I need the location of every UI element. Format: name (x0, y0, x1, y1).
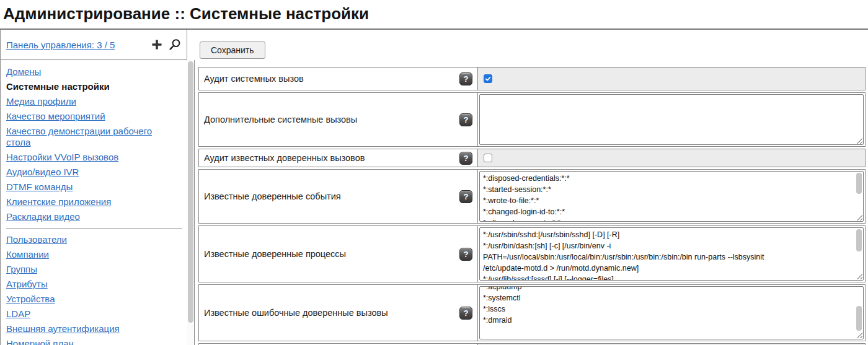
textarea-content: *:disposed-credentials:*:* *:started-ses… (480, 172, 863, 222)
sidebar-item-link[interactable]: Пользователи (6, 234, 67, 245)
textarea[interactable]: *:/usr/sbin/sshd:[/usr/sbin/sshd] [-D] [… (479, 227, 864, 281)
sidebar-item-link[interactable]: Номерной план (6, 338, 74, 345)
form-row: Аудит известных доверенных вызовов? (198, 149, 866, 167)
form-row: Аудит системных вызов? (198, 67, 866, 90)
sidebar-item-link[interactable]: DTMF команды (6, 181, 73, 192)
sidebar-item-link[interactable]: Группы (6, 264, 37, 274)
form-row: Известные доверенные события?*:disposed-… (198, 169, 866, 224)
help-icon[interactable]: ? (459, 190, 472, 203)
sidebar-item: Устройства (6, 294, 169, 305)
checkbox-unchecked[interactable] (484, 154, 492, 162)
sidebar-item-link[interactable]: LDAP (6, 308, 30, 319)
textarea-content: *:acpidump *:systemctl *:lsscs *:dmraid (480, 286, 863, 327)
scrollbar-thumb[interactable] (856, 229, 862, 251)
save-button[interactable]: Сохранить (200, 41, 265, 59)
sidebar-header: Панель управления: 3 / 5 (1, 30, 187, 60)
sidebar-nav: ДоменыСистемные настройкиМедиа профилиКа… (1, 60, 187, 345)
sidebar-item-link[interactable]: Домены (6, 66, 41, 77)
sidebar-item-link[interactable]: Настройки VVoIP вызовов (6, 152, 118, 162)
sidebar-item: Медиа профили (6, 96, 169, 107)
help-icon[interactable]: ? (459, 113, 472, 126)
sidebar-item-link[interactable]: Клиентские приложения (6, 196, 111, 207)
form-row: Известные доверенные процессы?*:/usr/sbi… (198, 225, 866, 282)
magnifier-icon[interactable] (167, 38, 182, 52)
checkbox-checked[interactable] (484, 74, 492, 83)
form-row: Известные ошибочные доверенные вызовы?*:… (198, 284, 866, 341)
help-icon[interactable]: ? (459, 72, 472, 85)
sidebar-item-link[interactable]: Аудио/видео IVR (6, 167, 79, 177)
sidebar-divider (6, 228, 182, 229)
sidebar-item: Системные настройки (6, 81, 169, 92)
settings-form: Аудит системных вызов?Дополнительные сис… (198, 67, 866, 345)
field-label: Известные доверенные события (204, 191, 459, 201)
sidebar: Панель управления: 3 / 5 ДоменыСистемные… (0, 30, 187, 345)
sidebar-item-link[interactable]: Качество демонстрации рабочего стола (6, 126, 152, 147)
sidebar-item: Раскладки видео (6, 211, 169, 222)
plus-icon[interactable] (151, 38, 163, 51)
sidebar-item: DTMF команды (6, 181, 169, 193)
sidebar-item-current: Системные настройки (6, 81, 110, 92)
textarea[interactable]: *:disposed-credentials:*:* *:started-ses… (479, 171, 864, 222)
sidebar-item-link[interactable]: Качество мероприятий (6, 111, 105, 121)
sidebar-item: Качество демонстрации рабочего стола (6, 126, 169, 148)
field-label: Известные ошибочные доверенные вызовы (204, 308, 459, 318)
sidebar-item: Настройки VVoIP вызовов (6, 152, 169, 163)
control-panel-link[interactable]: Панель управления: 3 / 5 (6, 40, 115, 50)
help-icon[interactable]: ? (459, 307, 472, 320)
resize-handle-icon[interactable] (856, 137, 862, 144)
sidebar-item-link[interactable]: Компании (6, 249, 49, 260)
textarea-content: *:/usr/sbin/sshd:[/usr/sbin/sshd] [-D] [… (480, 228, 863, 281)
sidebar-item: Внешняя аутентификация (6, 323, 169, 334)
sidebar-item: Атрибуты (6, 279, 169, 290)
sidebar-item-link[interactable]: Медиа профили (6, 96, 76, 107)
sidebar-item: Пользователи (6, 234, 169, 245)
sidebar-item: LDAP (6, 308, 169, 320)
sidebar-item-link[interactable]: Раскладки видео (6, 211, 80, 222)
page-title: Администрирование :: Системные настройки (0, 0, 868, 24)
scrollbar-thumb[interactable] (856, 173, 862, 194)
field-label: Аудит известных доверенных вызовов (204, 153, 459, 163)
field-label: Известные доверенные процессы (204, 249, 459, 259)
sidebar-item: Аудио/видео IVR (6, 167, 169, 178)
field-label: Дополнительные системные вызовы (204, 115, 459, 124)
help-icon[interactable]: ? (459, 152, 472, 165)
sidebar-item-link[interactable]: Внешняя аутентификация (6, 323, 120, 334)
form-row: Дополнительные системные вызовы? (198, 92, 866, 147)
textarea[interactable] (479, 94, 864, 145)
sidebar-item: Компании (6, 249, 169, 260)
textarea-content (480, 95, 863, 97)
sidebar-item: Качество мероприятий (6, 111, 169, 122)
sidebar-item: Группы (6, 264, 169, 275)
textarea[interactable]: *:acpidump *:systemctl *:lsscs *:dmraid (479, 286, 864, 339)
sidebar-item: Клиентские приложения (6, 196, 169, 207)
field-label: Аудит системных вызов (204, 74, 459, 84)
scrollbar-thumb[interactable] (856, 306, 862, 331)
sidebar-scrollbar[interactable] (187, 60, 195, 345)
help-icon[interactable]: ? (459, 248, 472, 261)
sidebar-item-link[interactable]: Устройства (6, 294, 55, 304)
sidebar-scrollbar-thumb[interactable] (188, 61, 193, 323)
sidebar-item-link[interactable]: Атрибуты (6, 279, 48, 289)
settings-panel: Сохранить Аудит системных вызов?Дополнит… (198, 30, 868, 345)
resize-handle-icon[interactable] (856, 331, 862, 338)
sidebar-item: Домены (6, 66, 169, 77)
sidebar-item: Номерной план (6, 338, 169, 345)
